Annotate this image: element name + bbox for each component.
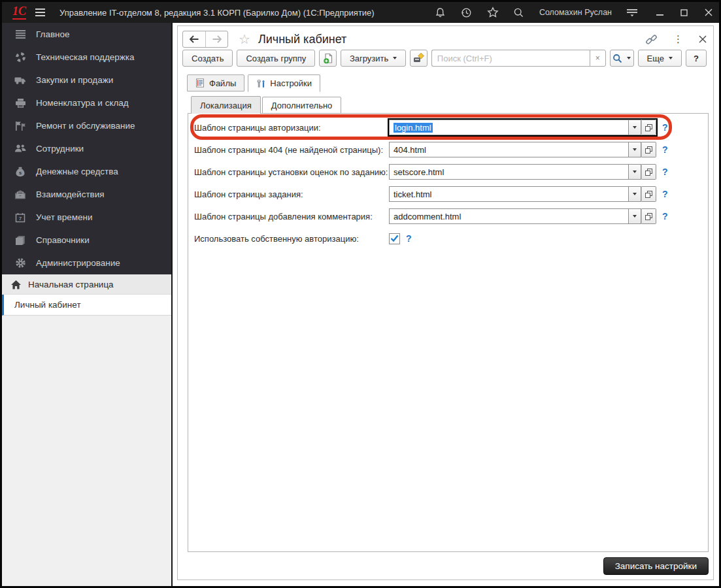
dropdown-button[interactable]	[628, 164, 641, 180]
tools-icon	[256, 79, 265, 88]
open-file-button[interactable]	[641, 120, 656, 135]
help-button[interactable]: ?	[686, 50, 707, 67]
history-nav	[182, 31, 228, 48]
dropdown-button[interactable]	[628, 142, 641, 157]
svg-text:s: s	[19, 170, 22, 176]
sidebar-item-tech-support[interactable]: Техническая поддержка	[2, 46, 171, 69]
sidebar: Главное Техническая поддержка Закупки и …	[2, 23, 173, 586]
toolbar: Создать Создать группу Загрузить ×	[178, 48, 713, 71]
sidebar-item-label: Учет времени	[36, 212, 93, 222]
search-options-button[interactable]	[610, 50, 634, 67]
field-label: Шаблон страницы 404 (не найденой страниц…	[194, 145, 389, 155]
main-menu-icon[interactable]	[35, 8, 45, 16]
sidebar-item-label: Техническая поддержка	[36, 52, 135, 62]
more-button-label: Еще	[647, 54, 664, 63]
load-template-button[interactable]	[410, 50, 428, 67]
load-button-label: Загрузить	[350, 54, 388, 63]
tab-files[interactable]: Файлы	[187, 74, 244, 91]
help-link[interactable]: ?	[662, 122, 668, 133]
minimize-button[interactable]	[656, 8, 663, 16]
sidebar-item-label: Ремонт и обслуживание	[36, 121, 135, 131]
sidebar-item-personal-cabinet[interactable]: Личный кабинет	[2, 295, 171, 316]
create-group-button[interactable]: Создать группу	[237, 50, 315, 67]
tab-label: Файлы	[209, 78, 236, 88]
more-button[interactable]: Еще	[638, 50, 682, 67]
combo-text[interactable]: setscore.html	[389, 164, 628, 180]
current-user[interactable]: Соломахин Руслан	[539, 8, 612, 17]
sidebar-item-label: Справочники	[36, 235, 90, 245]
field-label: Использовать собственную авторизацию:	[194, 234, 389, 244]
help-link[interactable]: ?	[662, 189, 668, 199]
close-form-icon[interactable]	[699, 35, 707, 43]
printer-icon	[14, 97, 26, 109]
load-button[interactable]: Загрузить	[341, 50, 406, 67]
truck-icon	[14, 74, 26, 86]
books-icon	[14, 235, 26, 246]
subtab-localization[interactable]: Локализация	[191, 96, 261, 114]
create-button[interactable]: Создать	[182, 50, 233, 67]
app-window: 1С Управление IT-отделом 8, редакция 3.1…	[0, 0, 721, 588]
user-menu-icon[interactable]	[626, 7, 638, 18]
field-label: Шаблон страницы установки оценок по зада…	[194, 167, 389, 177]
sidebar-item-label: Закупки и продажи	[36, 75, 113, 85]
help-link[interactable]: ?	[662, 167, 668, 177]
tab-settings[interactable]: Настройки	[248, 74, 320, 92]
help-link[interactable]: ?	[406, 233, 412, 244]
favorite-star-icon[interactable]: ☆	[239, 31, 250, 47]
panel-footer: Записать настройки	[178, 552, 713, 580]
sidebar-item-interactions[interactable]: Взаимодействия	[2, 183, 171, 206]
combo-text[interactable]: login.html	[389, 120, 628, 135]
window-controls	[656, 8, 713, 16]
sidebar-item-repair[interactable]: Ремонт и обслуживание	[2, 114, 171, 137]
sidebar-item-purchases[interactable]: Закупки и продажи	[2, 69, 171, 91]
save-settings-button[interactable]: Записать настройки	[603, 557, 709, 575]
combo-text[interactable]: 404.html	[389, 142, 628, 157]
field-label: Шаблон страницы добавления комментария:	[194, 212, 389, 221]
ticket-template-field[interactable]: ticket.html	[389, 186, 656, 202]
notifications-bell-icon[interactable]	[435, 7, 446, 18]
subtab-additional[interactable]: Дополнительно	[262, 97, 342, 114]
clear-search-icon[interactable]: ×	[590, 50, 606, 67]
help-link[interactable]: ?	[662, 211, 668, 221]
combo-text[interactable]: addcomment.html	[389, 208, 628, 224]
combo-text[interactable]: ticket.html	[389, 186, 628, 202]
sidebar-item-label: Сотрудники	[36, 144, 84, 154]
add-file-button[interactable]	[319, 50, 337, 67]
auth-template-field[interactable]: login.html	[389, 120, 656, 135]
chevron-down-icon	[669, 57, 673, 59]
sidebar-item-label: Главное	[36, 29, 70, 39]
back-button[interactable]	[183, 31, 205, 47]
sidebar-item-references[interactable]: Справочники	[2, 229, 171, 252]
dropdown-button[interactable]	[628, 208, 641, 224]
addcomment-template-field[interactable]: addcomment.html	[389, 208, 656, 224]
maximize-button[interactable]	[680, 9, 688, 16]
open-file-button[interactable]	[641, 164, 656, 180]
sidebar-item-label: Начальная страница	[28, 280, 114, 289]
settings-content-panel: Шаблон страницы авторизации: login.html …	[188, 113, 709, 552]
open-file-button[interactable]	[641, 208, 656, 224]
own-auth-checkbox[interactable]	[389, 233, 400, 244]
help-link[interactable]: ?	[662, 144, 668, 155]
dropdown-button[interactable]	[628, 120, 641, 135]
sidebar-item-employees[interactable]: Сотрудники	[2, 137, 171, 160]
sidebar-item-administration[interactable]: Администрирование	[2, 252, 171, 274]
favorites-star-icon[interactable]	[487, 7, 499, 18]
sidebar-item-money[interactable]: s Денежные средства	[2, 160, 171, 183]
close-window-button[interactable]	[705, 8, 713, 16]
more-menu-kebab-icon[interactable]: ⋮	[673, 33, 683, 45]
sidebar-item-glavnoe[interactable]: Главное	[2, 23, 171, 46]
sidebar-item-home-page[interactable]: Начальная страница	[2, 274, 171, 295]
history-icon[interactable]	[461, 7, 473, 18]
sidebar-item-warehouse[interactable]: Номенклатура и склад	[2, 91, 171, 114]
get-link-icon[interactable]	[645, 33, 658, 46]
search-icon[interactable]	[513, 7, 525, 18]
setscore-template-field[interactable]: setscore.html	[389, 164, 656, 180]
open-file-button[interactable]	[641, 142, 656, 157]
page-title: Личный кабинет	[258, 33, 346, 46]
search-input[interactable]	[431, 50, 590, 67]
page404-template-field[interactable]: 404.html	[389, 142, 656, 157]
sidebar-item-time-tracking[interactable]: 7 Учет времени	[2, 206, 171, 229]
open-file-button[interactable]	[641, 186, 656, 202]
dropdown-button[interactable]	[628, 186, 641, 202]
forward-button[interactable]	[205, 31, 227, 47]
